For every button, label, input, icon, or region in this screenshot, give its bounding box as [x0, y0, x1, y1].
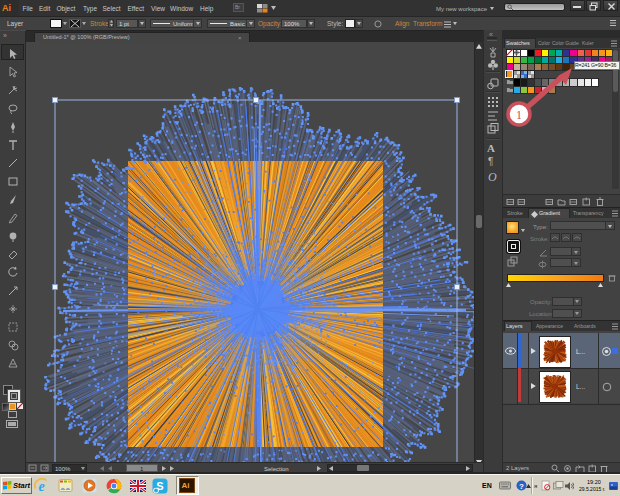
- svg-text:1: 1: [516, 108, 522, 122]
- svg-text:e: e: [38, 479, 44, 494]
- svg-text:?: ?: [519, 482, 524, 491]
